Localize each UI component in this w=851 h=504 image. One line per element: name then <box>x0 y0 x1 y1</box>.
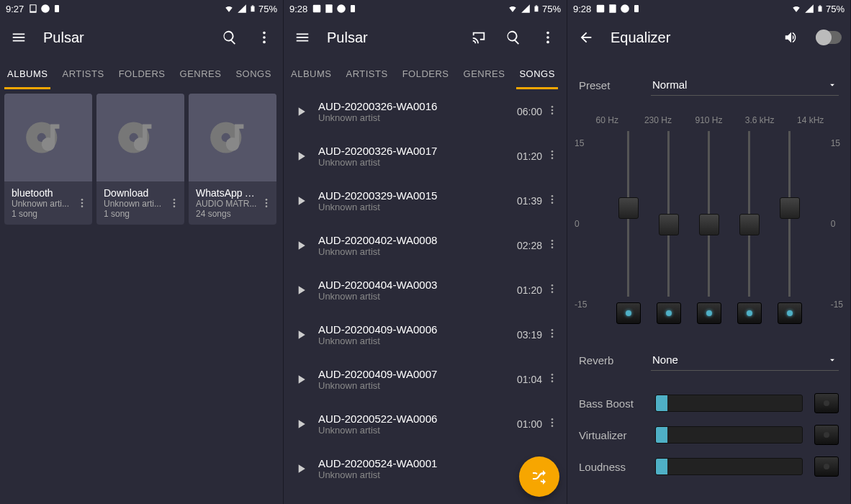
tab-folders[interactable]: FOLDERS <box>395 58 456 89</box>
search-button[interactable] <box>220 27 240 48</box>
shuffle-fab[interactable] <box>519 456 559 497</box>
album-card[interactable]: WhatsApp Audio AUDIO MATR... 24 songs <box>189 94 276 225</box>
song-row[interactable]: AUD-20200409-WA0007 Unknown artist 01:04 <box>284 357 567 402</box>
eq-toggle[interactable] <box>816 31 842 44</box>
wifi-icon <box>791 4 802 14</box>
album-more-button[interactable] <box>168 187 180 219</box>
album-artist: AUDIO MATR... <box>196 199 261 209</box>
image-icon <box>312 4 322 14</box>
svg-point-35 <box>551 157 554 159</box>
chevron-down-icon <box>827 80 837 90</box>
app-title: Pulsar <box>327 30 454 46</box>
tab-artists[interactable]: ARTISTS <box>55 58 111 89</box>
virtualizer-slider[interactable] <box>655 426 803 444</box>
album-more-button[interactable] <box>76 187 88 219</box>
loudness-slider[interactable] <box>655 458 803 475</box>
menu-button[interactable] <box>9 27 29 48</box>
album-art <box>189 94 276 181</box>
menu-button[interactable] <box>292 27 312 48</box>
play-icon <box>294 194 315 208</box>
screen-equalizer: 9:28 75% Equalizer Preset Normal <box>567 0 851 504</box>
tab-songs[interactable]: SONGS <box>228 58 278 89</box>
battery-pct: 75% <box>542 4 561 14</box>
tab-albums[interactable]: ALBUMS <box>0 58 55 89</box>
svg-point-31 <box>551 109 554 112</box>
eq-slider-thumb[interactable] <box>739 214 760 235</box>
eq-slider-thumb[interactable] <box>699 214 719 235</box>
tab-genres[interactable]: GENRES <box>456 58 513 89</box>
song-artist: Unknown artist <box>318 425 517 436</box>
song-more-button[interactable] <box>545 417 559 431</box>
album-art <box>96 94 184 181</box>
song-row[interactable]: AUD-20200326-WA0017 Unknown artist 01:20 <box>284 134 567 179</box>
album-icon <box>22 111 75 164</box>
song-duration: 01:20 <box>517 284 545 296</box>
play-icon <box>294 462 315 476</box>
bass-boost-toggle[interactable] <box>814 393 839 413</box>
eq-slider[interactable] <box>667 131 670 297</box>
song-row[interactable]: AUD-20200326-WA0016 Unknown artist 06:00 <box>284 89 567 134</box>
svg-point-6 <box>263 41 266 44</box>
album-icon <box>206 111 259 164</box>
loudness-toggle[interactable] <box>814 456 839 477</box>
reverb-select[interactable]: None <box>651 349 839 371</box>
svg-rect-26 <box>536 5 538 6</box>
eq-band-indicator[interactable] <box>697 302 721 324</box>
search-button[interactable] <box>503 27 523 48</box>
eq-slider[interactable] <box>788 131 791 297</box>
svg-point-5 <box>263 36 266 39</box>
song-more-button[interactable] <box>545 149 559 163</box>
eq-slider-thumb[interactable] <box>618 197 639 219</box>
song-more-button[interactable] <box>545 283 559 297</box>
song-more-button[interactable] <box>545 194 559 208</box>
svg-point-40 <box>551 243 554 246</box>
tab-albums[interactable]: ALBUMS <box>284 58 338 89</box>
song-row[interactable]: AUD-20200329-WA0015 Unknown artist 01:39 <box>284 179 567 223</box>
svg-rect-61 <box>819 5 821 6</box>
preset-select[interactable]: Normal <box>651 74 839 96</box>
song-title: AUD-20200402-WA0008 <box>318 234 517 246</box>
eq-band-indicator[interactable] <box>778 302 802 324</box>
album-artist: Unknown arti... <box>12 199 69 209</box>
song-more-button[interactable] <box>545 104 559 119</box>
album-card[interactable]: Download Unknown arti... 1 song <box>96 94 184 225</box>
tab-bar: ALBUMS ARTISTS FOLDERS GENRES SONGS <box>284 58 567 89</box>
svg-rect-57 <box>597 5 605 13</box>
tab-songs[interactable]: SONGS <box>512 58 562 89</box>
album-card[interactable]: bluetooth Unknown arti... 1 song <box>4 94 92 225</box>
eq-band-indicator[interactable] <box>737 302 762 324</box>
app-bar: Pulsar <box>0 17 283 58</box>
song-row[interactable]: AUD-20200409-WA0006 Unknown artist 03:19 <box>284 312 567 357</box>
more-button[interactable] <box>538 27 558 48</box>
app-bar: Equalizer <box>567 17 850 58</box>
bass-boost-slider[interactable] <box>655 395 803 412</box>
song-artist: Unknown artist <box>318 246 517 257</box>
reverb-section: Reverb None <box>567 341 850 387</box>
song-more-button[interactable] <box>545 328 559 342</box>
volume-button[interactable] <box>781 27 801 48</box>
album-more-button[interactable] <box>261 187 272 219</box>
song-more-button[interactable] <box>545 372 559 387</box>
album-art <box>4 94 92 181</box>
eq-slider[interactable] <box>748 131 750 297</box>
eq-band-indicator[interactable] <box>657 302 681 324</box>
eq-slider[interactable] <box>708 131 710 297</box>
song-row[interactable]: AUD-20200522-WA0006 Unknown artist 01:00 <box>284 402 567 446</box>
tab-folders[interactable]: FOLDERS <box>112 58 173 89</box>
song-more-button[interactable] <box>545 238 559 253</box>
album-count: 24 songs <box>196 209 261 219</box>
tab-artists[interactable]: ARTISTS <box>338 58 395 89</box>
eq-slider-thumb[interactable] <box>659 214 679 235</box>
eq-band <box>778 131 802 336</box>
song-row[interactable]: AUD-20200404-WA0003 Unknown artist 01:20 <box>284 268 567 312</box>
svg-point-4 <box>263 32 266 35</box>
eq-slider-thumb[interactable] <box>780 197 800 219</box>
song-row[interactable]: AUD-20200402-WA0008 Unknown artist 02:28 <box>284 223 567 268</box>
tab-genres[interactable]: GENRES <box>173 58 229 89</box>
eq-slider[interactable] <box>627 131 629 297</box>
back-button[interactable] <box>576 27 596 48</box>
cast-button[interactable] <box>469 27 489 48</box>
eq-band-indicator[interactable] <box>616 302 641 324</box>
more-button[interactable] <box>254 27 274 48</box>
virtualizer-toggle[interactable] <box>814 425 839 445</box>
